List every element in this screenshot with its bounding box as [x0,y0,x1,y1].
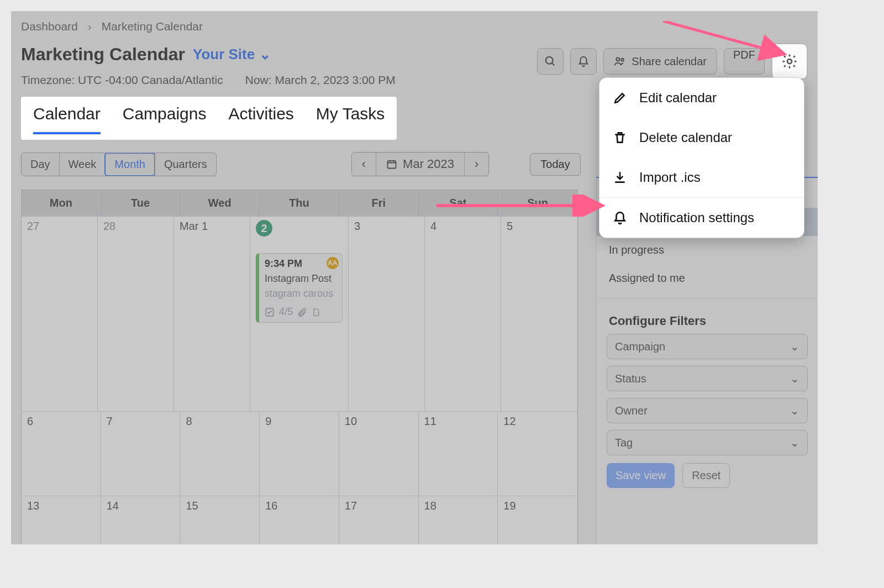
settings-button[interactable] [771,43,808,80]
range-month[interactable]: Month [104,153,155,176]
settings-menu: Edit calendar Delete calendar Import .ic… [599,77,804,238]
day-cell-today[interactable]: 2 AA 9:34 PM Instagram Post stagram caro… [250,216,349,411]
day-cell[interactable]: 14 [101,496,181,544]
next-month-button[interactable]: › [464,153,488,176]
day-cell[interactable]: 9 [260,411,339,496]
chevron-down-icon: ⌄ [790,372,799,385]
filter-owner[interactable]: Owner⌄ [607,398,808,423]
tab-campaigns[interactable]: Campaigns [123,104,207,134]
tab-activities[interactable]: Activities [229,104,294,134]
day-cell[interactable]: 11 [419,411,498,496]
bell-icon [613,211,627,225]
day-cell[interactable]: 18 [419,496,498,544]
breadcrumb: Dashboard › Marketing Calendar [21,20,808,33]
chevron-right-icon: › [475,157,478,171]
range-quarters[interactable]: Quarters [155,153,216,176]
day-cell[interactable]: 13 [22,496,101,544]
menu-delete-calendar[interactable]: Delete calendar [599,118,804,158]
current-month-button[interactable]: Mar 2023 [376,153,464,176]
day-cell[interactable]: 19 [498,496,577,544]
filter-status[interactable]: Status⌄ [607,366,808,391]
prev-month-button[interactable]: ‹ [352,153,376,176]
attachment-icon [297,307,307,317]
weekday-sun: Sun [498,190,577,216]
svg-point-4 [787,59,792,64]
day-cell[interactable]: 28 [98,216,174,411]
day-cell[interactable]: 27 [22,216,98,411]
export-pdf-button[interactable]: PDF [724,48,765,75]
menu-edit-calendar[interactable]: Edit calendar [599,78,804,118]
event-title: Instagram Post [265,273,336,285]
reset-button[interactable]: Reset [682,463,730,488]
note-icon [312,307,320,317]
day-cell[interactable]: 6 [22,411,101,496]
menu-import-ics[interactable]: Import .ics [599,158,804,197]
day-cell[interactable]: 17 [339,496,419,544]
event-subtitle: stagram carous [265,288,336,300]
month-picker: ‹ Mar 2023 › [351,152,490,176]
day-cell[interactable]: 15 [180,496,260,544]
day-cell[interactable]: 3 [349,216,425,411]
weekday-thu: Thu [260,190,339,216]
calendar-event[interactable]: AA 9:34 PM Instagram Post stagram carous… [256,253,343,323]
day-cell[interactable]: 10 [339,411,419,496]
notifications-button[interactable] [570,48,597,75]
weekday-tue: Tue [101,190,181,216]
svg-line-1 [552,63,555,66]
search-button[interactable] [537,48,564,75]
share-calendar-button[interactable]: Share calendar [603,48,717,75]
people-icon [614,55,626,67]
share-label: Share calendar [632,55,707,68]
menu-notification-settings[interactable]: Notification settings [599,198,804,238]
day-cell[interactable]: 7 [101,411,181,496]
chevron-right-icon: › [88,20,92,33]
range-week[interactable]: Week [59,153,106,176]
page-title: Marketing Calendar [21,44,185,65]
tab-calendar[interactable]: Calendar [33,104,101,134]
svg-point-3 [622,59,624,61]
chevron-left-icon: ‹ [362,157,366,171]
site-label: Your Site [193,46,255,63]
trash-icon [613,130,627,145]
pencil-icon [613,91,627,105]
day-cell[interactable]: 4 [425,216,501,411]
tab-bar: Calendar Campaigns Activities My Tasks [21,97,397,140]
weekday-mon: Mon [22,190,101,216]
chevron-down-icon: ⌄ [259,46,271,63]
chevron-down-icon: ⌄ [790,340,799,353]
checklist-icon [265,307,275,317]
filter-tag[interactable]: Tag⌄ [607,430,808,455]
calendar-grid: Mon Tue Wed Thu Fri Sat Sun 27 28 Mar 1 … [21,190,578,544]
tab-my-tasks[interactable]: My Tasks [316,104,385,134]
range-segmented: Day Week Month Quarters [21,153,217,176]
month-label: Mar 2023 [403,157,454,171]
day-cell[interactable]: Mar 1 [174,216,250,411]
weekday-sat: Sat [419,190,498,216]
weekday-fri: Fri [339,190,419,216]
bell-icon [577,55,590,67]
timezone-text: Timezone: UTC -04:00 Canada/Atlantic [21,74,223,87]
breadcrumb-current: Marketing Calendar [102,20,203,33]
day-cell[interactable]: 12 [498,411,577,496]
site-selector[interactable]: Your Site ⌄ [193,46,271,63]
chevron-down-icon: ⌄ [790,404,799,417]
svg-point-0 [546,57,553,64]
chevron-down-icon: ⌄ [790,436,799,449]
configure-filters-title: Configure Filters [597,304,818,334]
saved-filter-assigned[interactable]: Assigned to me [597,264,818,292]
day-cell[interactable]: 8 [180,411,260,496]
weekday-wed: Wed [180,190,260,216]
day-cell[interactable]: 16 [260,496,339,544]
breadcrumb-root[interactable]: Dashboard [21,20,78,33]
now-text: Now: March 2, 2023 3:00 PM [245,74,396,87]
filter-campaign[interactable]: Campaign⌄ [607,334,808,359]
range-day[interactable]: Day [22,153,59,176]
search-icon [544,55,556,67]
day-cell[interactable]: 5 [501,216,577,411]
calendar-icon [386,159,397,170]
saved-filter-in-progress[interactable]: In progress [597,236,818,264]
download-icon [613,170,627,185]
today-button[interactable]: Today [530,153,580,176]
save-view-button[interactable]: Save view [607,463,675,488]
svg-rect-5 [388,161,396,168]
